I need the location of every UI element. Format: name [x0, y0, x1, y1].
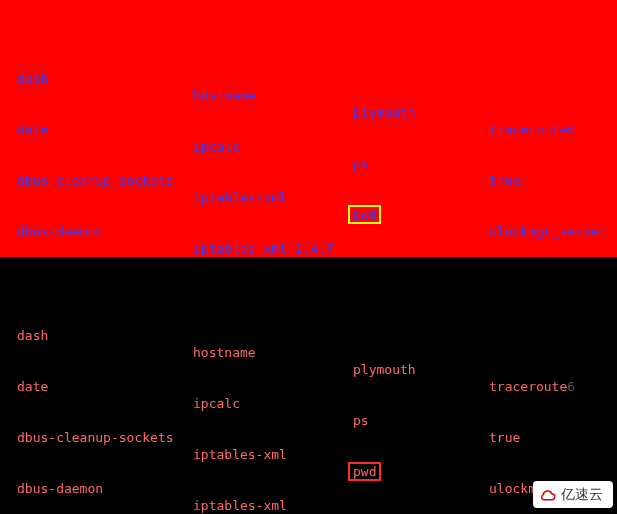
cmd-pwd: pwd — [349, 206, 380, 223]
cloud-icon — [539, 487, 557, 505]
row: dbus-daemon iptables-xml-1.4.7 raw umoun… — [6, 206, 611, 223]
cmd-true: true — [489, 172, 520, 189]
cmd-ipcalc: ipcalc — [193, 395, 240, 412]
cmd-dash: dash — [17, 70, 48, 87]
cmd-true: true — [489, 429, 520, 446]
cmd-plymouth: plymouth — [353, 104, 416, 121]
cmd-traceroute6: traceroute6 — [489, 378, 575, 395]
row: dash hostname plymouth traceroute6 — [6, 53, 611, 70]
cmd-date: date — [17, 378, 48, 395]
cmd-iptables-xml: iptables-xml — [193, 446, 287, 463]
row: date ipcalc ps true — [6, 361, 611, 378]
cmd-pwd: pwd — [349, 463, 380, 480]
cmd-dbus-cleanup-sockets: dbus-cleanup-sockets — [17, 172, 174, 189]
row: dbus-cleanup-sockets iptables-xml pwd ul… — [6, 412, 611, 429]
watermark-badge: 亿速云 — [533, 481, 613, 508]
cmd-hostname: hostname — [193, 344, 256, 361]
cmd-dbus-daemon: dbus-daemon — [17, 480, 103, 497]
row: date ipcalc ps true — [6, 104, 611, 121]
cmd-date: date — [17, 121, 48, 138]
cmd-traceroute6: traceroute6 — [489, 121, 575, 138]
terminal-listing-bottom: dash hostname plymouth traceroute6 date … — [0, 257, 617, 514]
cmd-dbus-cleanup-sockets: dbus-cleanup-sockets — [17, 429, 174, 446]
watermark-text: 亿速云 — [561, 486, 603, 503]
cmd-dbus-daemon: dbus-daemon — [17, 223, 103, 240]
cmd-iptables-xml-1.4.7: iptables-xml-1.4.7 — [193, 240, 334, 257]
row: dash hostname plymouth traceroute6 — [6, 310, 611, 327]
cmd-dash: dash — [17, 327, 48, 344]
row: dbus-daemon iptables-xml raw umount — [6, 463, 611, 480]
cmd-ps: ps — [353, 155, 369, 172]
terminal-listing-top: dash hostname plymouth traceroute6 date … — [0, 0, 617, 257]
cmd-ps: ps — [353, 412, 369, 429]
cmd-iptables-xml-1.4.7: iptables-xml — [193, 497, 287, 514]
cmd-hostname: hostname — [193, 87, 256, 104]
row: dbus-cleanup-sockets iptables-xml pwd ul… — [6, 155, 611, 172]
cmd-iptables-xml: iptables-xml — [193, 189, 287, 206]
cmd-plymouth: plymouth — [353, 361, 416, 378]
cmd-ulockmgr_server: ulockmgr_server — [489, 223, 606, 240]
dim-suffix: 6 — [567, 379, 575, 394]
cmd-ipcalc: ipcalc — [193, 138, 240, 155]
